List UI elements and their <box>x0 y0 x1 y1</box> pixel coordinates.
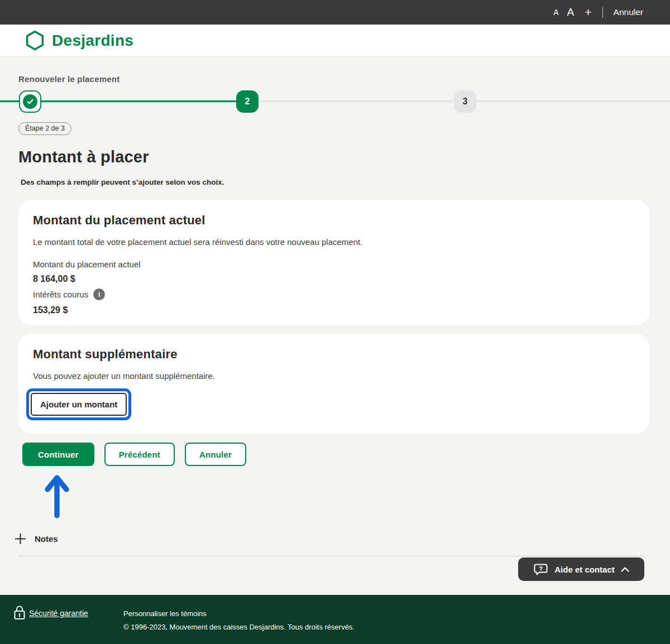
divider-rule <box>18 556 645 556</box>
interest-value: 153,29 $ <box>33 305 635 315</box>
topbar-divider <box>602 7 603 18</box>
brand-name: Desjardins <box>52 32 133 50</box>
svg-text:?: ? <box>539 565 543 571</box>
text-resize-large-button[interactable]: A <box>567 6 575 18</box>
info-icon[interactable]: i <box>93 289 105 300</box>
cancel-button[interactable]: Annuler <box>185 443 246 466</box>
interest-label: Intérêts courus <box>33 290 88 299</box>
footer: Sécurité garantie Personnaliser les témo… <box>0 595 670 644</box>
security-guarantee-link[interactable]: Sécurité garantie <box>29 609 88 618</box>
notes-expander[interactable]: Notes <box>15 533 670 545</box>
text-resize-small-button[interactable]: A <box>553 8 558 17</box>
current-amount-card-description: Le montant total de votre placement actu… <box>33 237 635 247</box>
text-resize-increase-button[interactable]: + <box>585 6 591 19</box>
step-1-done <box>19 90 41 113</box>
additional-amount-card-title: Montant supplémentaire <box>33 347 635 362</box>
help-bubble-icon: ? <box>533 563 548 576</box>
copyright-text: © 1996-2023, Mouvement des caisses Desja… <box>123 623 355 631</box>
step-badge: Étape 2 de 3 <box>18 122 71 135</box>
add-amount-button[interactable]: Ajouter un montant <box>31 393 127 416</box>
accessibility-bar: A A + Annuler <box>0 0 670 25</box>
desjardins-hexagon-icon <box>25 30 45 51</box>
action-buttons: Continuer Précédent Annuler <box>22 443 670 466</box>
additional-amount-card: Montant supplémentaire Vous pouvez ajout… <box>18 334 649 434</box>
pointer-arrow-annotation <box>44 472 70 520</box>
page-subtitle: Des champs à remplir peuvent s’ajouter s… <box>21 178 670 186</box>
cookies-preferences-link[interactable]: Personnaliser les témoins <box>123 609 207 618</box>
current-amount-card-title: Montant du placement actuel <box>33 213 635 228</box>
amount-label: Montant du placement actuel <box>33 259 635 269</box>
click-highlight-annotation: Ajouter un montant <box>26 388 131 420</box>
amount-value: 8 164,00 $ <box>33 274 635 284</box>
previous-button[interactable]: Précédent <box>104 443 175 466</box>
brand-header: Desjardins <box>0 25 670 57</box>
lock-icon <box>13 605 26 623</box>
continue-button[interactable]: Continuer <box>22 443 94 466</box>
help-contact-label: Aide et contact <box>554 565 615 574</box>
flow-title: Renouveler le placement <box>18 74 670 84</box>
step-2-active: 2 <box>236 90 259 113</box>
topbar-cancel-link[interactable]: Annuler <box>614 7 643 17</box>
help-contact-button[interactable]: ? Aide et contact <box>518 558 644 581</box>
step-3-upcoming: 3 <box>454 90 476 113</box>
page-title: Montant à placer <box>18 148 670 166</box>
chevron-up-icon <box>621 567 629 572</box>
plus-icon <box>15 533 26 545</box>
additional-amount-card-description: Vous pouvez ajouter un montant supplémen… <box>33 371 635 381</box>
notes-label: Notes <box>35 534 58 544</box>
check-icon <box>23 94 37 109</box>
stepper: 2 3 <box>0 90 670 113</box>
current-amount-card: Montant du placement actuel Le montant t… <box>18 200 649 325</box>
